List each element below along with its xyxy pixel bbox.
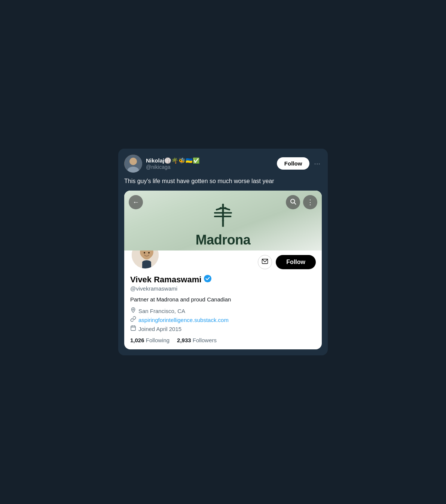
more-button[interactable]: ⋮ [303,195,317,209]
svg-point-1 [129,158,137,165]
following-label: Following [146,337,169,343]
tweet-display-name: Nikolaj🏐🌴🐝🇺🇦✅ [146,157,200,164]
more-icon: ⋮ [307,198,314,206]
madrona-brand-text: Madrona [196,232,251,248]
location-text: San Francisco, CA [138,308,185,314]
svg-point-22 [144,252,145,253]
back-icon: ← [132,198,139,206]
back-button[interactable]: ← [129,195,143,209]
tweet-user-info: Nikolaj🏐🌴🐝🇺🇦✅ @nikicaga [146,157,200,170]
joined-text: Joined April 2015 [138,326,181,332]
profile-top-row: Follow [130,255,316,270]
svg-rect-9 [214,216,222,217]
search-icon [290,198,296,207]
follow-tweet-button[interactable]: Follow [277,157,310,170]
tweet-card: Nikolaj🏐🌴🐝🇺🇦✅ @nikicaga Follow ··· This … [118,149,328,355]
more-options-button[interactable]: ··· [312,158,322,169]
profile-banner: ← ⋮ [124,191,322,251]
svg-line-4 [294,203,296,204]
followers-stat[interactable]: 2,933 Followers [177,337,217,343]
followers-label: Followers [193,337,217,343]
message-icon [262,258,268,266]
svg-point-23 [148,252,150,253]
tweet-user: Nikolaj🏐🌴🐝🇺🇦✅ @nikicaga [124,155,200,173]
tweet-header-actions: Follow ··· [277,157,322,170]
following-stat[interactable]: 1,026 Following [130,337,169,343]
svg-rect-27 [131,326,135,331]
profile-meta: San Francisco, CA aspiringforintelligenc… [130,307,316,333]
profile-link[interactable]: aspiringforintelligence.substack.com [138,317,229,323]
profile-actions: Follow [258,255,316,269]
svg-rect-12 [223,216,231,217]
profile-stats: 1,026 Following 2,933 Followers [130,337,316,343]
follow-profile-button[interactable]: Follow [276,255,316,269]
profile-card: ← ⋮ [124,191,322,349]
followers-count: 2,933 [177,337,191,343]
link-icon [130,316,136,324]
svg-point-21 [142,260,151,265]
calendar-icon [130,325,136,333]
nav-btn-group: ⋮ [286,195,317,209]
message-button[interactable] [258,255,272,269]
verified-badge-icon [204,274,212,285]
tweet-text: This guy's life must have gotten so much… [124,177,322,185]
svg-rect-5 [222,220,224,227]
profile-bio: Partner at Madrona and proud Canadian [130,295,316,303]
svg-point-26 [132,309,134,310]
following-count: 1,026 [130,337,144,343]
svg-rect-7 [214,212,223,214]
tweet-username: @nikicaga [146,164,200,170]
location-item: San Francisco, CA [130,307,316,315]
banner-nav: ← ⋮ [129,195,317,209]
profile-name-row: Vivek Ramaswami [130,274,316,285]
location-icon [130,307,136,315]
link-item[interactable]: aspiringforintelligence.substack.com [130,316,316,324]
joined-item: Joined April 2015 [130,325,316,333]
svg-rect-10 [223,212,232,214]
profile-body: Follow Vivek Ramaswami @vivekramaswami P… [124,251,322,349]
profile-handle: @vivekramaswami [130,285,316,292]
profile-display-name: Vivek Ramaswami [130,275,201,285]
tweet-header: Nikolaj🏐🌴🐝🇺🇦✅ @nikicaga Follow ··· [124,155,322,173]
avatar[interactable] [124,155,142,173]
svg-point-25 [204,275,211,282]
search-button[interactable] [286,195,300,209]
